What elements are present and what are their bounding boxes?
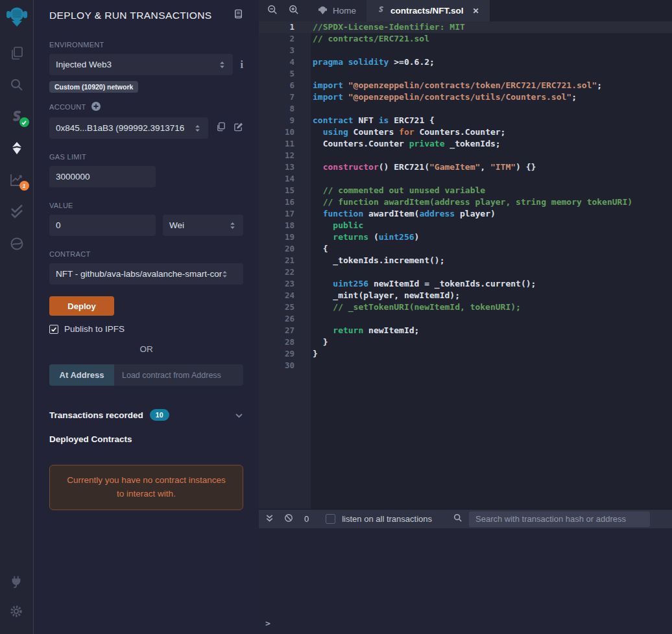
unit-testing-icon[interactable] <box>9 204 25 220</box>
copy-account-icon[interactable] <box>216 122 226 134</box>
code-text: } <box>298 348 318 360</box>
account-select[interactable]: 0x845...B1aB3 (999992.3913716 <box>49 117 208 139</box>
terminal-search-input[interactable] <box>469 511 650 527</box>
code-line[interactable]: 30 <box>259 360 672 371</box>
code-line[interactable]: 11 Counters.Counter private _tokenIds; <box>259 138 672 150</box>
environment-select[interactable]: Injected Web3 <box>49 54 233 75</box>
deploy-run-icon[interactable] <box>9 141 25 156</box>
documentation-icon[interactable] <box>234 9 243 21</box>
code-editor[interactable]: 1//SPDX-License-Identifier: MIT2// contr… <box>259 21 672 509</box>
clear-console-icon[interactable] <box>284 513 293 525</box>
zoom-out-icon[interactable] <box>267 5 278 18</box>
analysis-icon[interactable]: 1 <box>9 172 25 188</box>
line-number: 25 <box>259 301 298 313</box>
code-text: constructor() ERC721("GameItem", "ITM") … <box>298 161 536 173</box>
publish-ipfs-checkbox[interactable] <box>49 325 58 334</box>
code-text <box>298 173 313 185</box>
add-account-icon[interactable] <box>91 102 101 112</box>
code-line[interactable]: 2// contracts/ERC721.sol <box>259 33 672 45</box>
select-stepper-icon <box>191 124 202 133</box>
code-line[interactable]: 17 function awardItem(address player) <box>259 208 672 220</box>
terminal-toolbar: 0 listen on all transactions <box>259 509 672 528</box>
line-number: 11 <box>259 138 298 150</box>
code-line[interactable]: 27 return newItemId; <box>259 325 672 336</box>
line-number: 18 <box>259 220 298 231</box>
value-input[interactable] <box>49 215 156 236</box>
zoom-in-icon[interactable] <box>289 5 299 18</box>
listen-transactions-checkbox[interactable] <box>326 514 335 524</box>
code-line[interactable]: 3 <box>259 45 672 56</box>
code-line[interactable]: 23 uint256 newItemId = _tokenIds.current… <box>259 278 672 290</box>
line-number: 9 <box>259 115 298 126</box>
remix-ide-window: 1 <box>0 0 672 634</box>
select-stepper-icon <box>215 60 226 69</box>
terminal-output[interactable]: > <box>259 528 672 634</box>
code-line[interactable]: 8 <box>259 103 672 115</box>
line-number: 21 <box>259 255 298 266</box>
code-line[interactable]: 21 _tokenIds.increment(); <box>259 255 672 266</box>
value-unit-select[interactable]: Wei <box>163 215 243 236</box>
code-text: using Counters for Counters.Counter; <box>298 126 505 138</box>
code-line[interactable]: 10 using Counters for Counters.Counter; <box>259 126 672 138</box>
account-label: ACCOUNT <box>49 103 86 111</box>
code-line[interactable]: 29} <box>259 348 672 360</box>
code-line[interactable]: 1//SPDX-License-Identifier: MIT <box>259 21 672 33</box>
line-number: 13 <box>259 161 298 173</box>
code-text: import "@openzeppelin/contracts/utils/Co… <box>298 91 577 103</box>
code-text: //SPDX-License-Identifier: MIT <box>298 21 465 33</box>
line-number: 24 <box>259 290 298 301</box>
code-text: uint256 newItemId = _tokenIds.current(); <box>298 278 536 290</box>
code-line[interactable]: 25 // _setTokenURI(newItemId, tokenURI); <box>259 301 672 313</box>
code-line[interactable]: 6import "@openzeppelin/contracts/token/E… <box>259 80 672 91</box>
panel-title: DEPLOY & RUN TRANSACTIONS <box>49 10 212 21</box>
solidity-compiler-icon[interactable] <box>9 109 25 124</box>
code-line[interactable]: 15 // commented out unused variable <box>259 185 672 196</box>
chevron-down-icon[interactable] <box>235 409 243 421</box>
remix-logo[interactable] <box>5 5 29 29</box>
listen-transactions-label: listen on all transactions <box>342 514 432 524</box>
code-line[interactable]: 19 returns (uint256) <box>259 231 672 243</box>
deploy-button[interactable]: Deploy <box>49 296 114 316</box>
code-line[interactable]: 28 } <box>259 336 672 348</box>
code-text <box>298 313 313 325</box>
code-line[interactable]: 18 public <box>259 220 672 231</box>
tab-home[interactable]: Home <box>307 0 366 21</box>
code-text: { <box>298 243 328 255</box>
line-number: 8 <box>259 103 298 115</box>
terminal-search-icon <box>453 513 462 525</box>
search-icon[interactable] <box>9 77 25 93</box>
code-line[interactable]: 24 _mint(player, newItemId); <box>259 290 672 301</box>
code-line[interactable]: 14 <box>259 173 672 185</box>
settings-icon[interactable] <box>9 604 25 620</box>
environment-info-icon[interactable]: i <box>241 59 243 71</box>
contract-select[interactable]: NFT - github/ava-labs/avalanche-smart-co… <box>49 263 243 285</box>
line-number: 15 <box>259 185 298 196</box>
code-line[interactable]: 16 // function awardItem(address player,… <box>259 196 672 208</box>
code-line[interactable]: 26 <box>259 313 672 325</box>
code-line[interactable]: 13 constructor() ERC721("GameItem", "ITM… <box>259 161 672 173</box>
tab-contracts-nft-sol[interactable]: contracts/NFT.sol ✕ <box>366 0 490 21</box>
line-number: 14 <box>259 173 298 185</box>
code-line[interactable]: 7import "@openzeppelin/contracts/utils/C… <box>259 91 672 103</box>
line-number: 2 <box>259 33 298 45</box>
close-tab-icon[interactable]: ✕ <box>473 6 479 16</box>
at-address-button[interactable]: At Address <box>49 364 114 386</box>
at-address-input[interactable] <box>114 364 243 386</box>
line-number: 3 <box>259 45 298 56</box>
edit-account-icon[interactable] <box>234 122 243 134</box>
code-text: import "@openzeppelin/contracts/token/ER… <box>298 80 602 91</box>
line-number: 12 <box>259 150 298 161</box>
file-explorer-icon[interactable] <box>9 45 25 61</box>
code-text <box>298 68 313 80</box>
code-line[interactable]: 20 { <box>259 243 672 255</box>
terminal-prompt: > <box>265 618 270 628</box>
collapse-terminal-icon[interactable] <box>265 513 274 525</box>
debugger-icon[interactable] <box>9 236 25 252</box>
gas-limit-input[interactable] <box>49 166 156 187</box>
plugin-manager-icon[interactable] <box>9 574 25 590</box>
code-line[interactable]: 5 <box>259 68 672 80</box>
code-line[interactable]: 22 <box>259 266 672 278</box>
code-line[interactable]: 4pragma solidity >=0.6.2; <box>259 56 672 68</box>
code-line[interactable]: 9contract NFT is ERC721 { <box>259 115 672 126</box>
code-line[interactable]: 12 <box>259 150 672 161</box>
